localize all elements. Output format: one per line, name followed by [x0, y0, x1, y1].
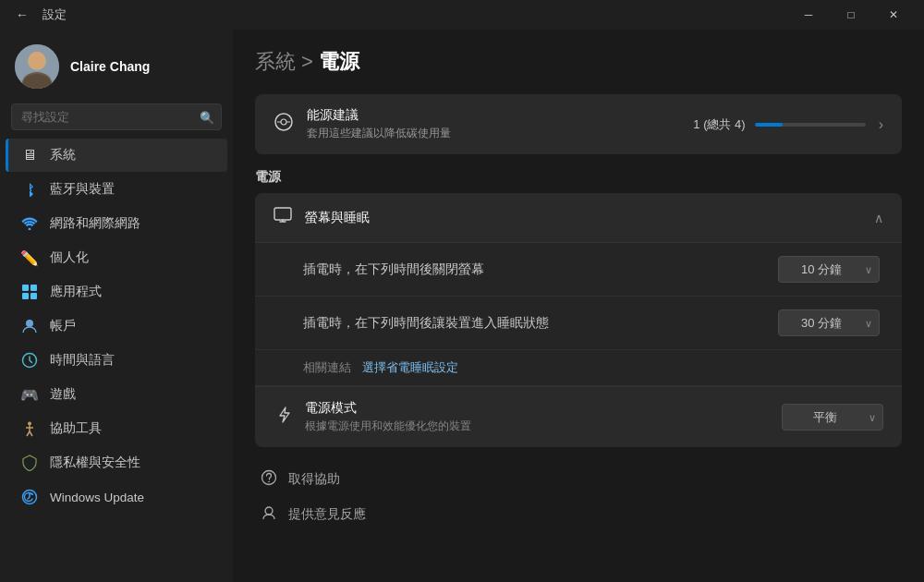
sidebar-item-bluetooth[interactable]: 藍牙與裝置 [6, 173, 227, 206]
screen-off-select[interactable]: 10 分鐘 5 分鐘 15 分鐘 30 分鐘 從不 [778, 256, 880, 283]
search-box: 🔍 [11, 103, 222, 130]
system-icon: 🖥 [20, 146, 39, 164]
sidebar: Claire Chang 🔍 🖥 系統 藍牙與裝置 [0, 30, 233, 582]
apps-icon [20, 283, 39, 301]
sidebar-item-label: 帳戶 [50, 318, 76, 334]
recommendation-row[interactable]: 能源建議 套用這些建議以降低碳使用量 1 (總共 4) › [255, 94, 902, 154]
sleep-select[interactable]: 30 分鐘 10 分鐘 15 分鐘 1 小時 從不 [778, 309, 880, 336]
recommendation-count: 1 (總共 4) [693, 116, 745, 133]
power-mode-title: 電源模式 [305, 400, 769, 417]
recommendation-right: 1 (總共 4) [693, 116, 865, 133]
recommendation-card: 能源建議 套用這些建議以降低碳使用量 1 (總共 4) › [255, 94, 902, 154]
power-mode-select[interactable]: 平衡 省電 高效能 [782, 404, 883, 430]
screen-sleep-row[interactable]: 螢幕與睡眠 ∧ [255, 193, 902, 243]
expand-chevron-icon: ∧ [874, 211, 883, 225]
power-mode-text: 電源模式 根據電源使用和效能優化您的裝置 [305, 400, 769, 434]
screen-off-label: 插電時，在下列時間後關閉螢幕 [303, 261, 767, 278]
recommendation-icon [274, 112, 294, 137]
help-icon [259, 469, 279, 490]
screen-sleep-title: 螢幕與睡眠 [305, 210, 861, 226]
sidebar-item-personalization[interactable]: ✏️ 個人化 [6, 241, 227, 274]
power-card: 螢幕與睡眠 ∧ 插電時，在下列時間後關閉螢幕 10 分鐘 5 分鐘 15 分鐘 … [255, 193, 902, 447]
related-link[interactable]: 選擇省電睡眠設定 [362, 359, 458, 376]
bottom-links: 取得協助 提供意見反應 [255, 462, 902, 532]
power-mode-section: 電源模式 根據電源使用和效能優化您的裝置 平衡 省電 高效能 [255, 386, 902, 447]
network-icon [20, 214, 39, 233]
sidebar-item-label: 應用程式 [50, 284, 102, 300]
minimize-button[interactable]: ─ [787, 0, 830, 30]
feedback-icon [259, 504, 279, 525]
sidebar-item-label: 系統 [50, 147, 76, 164]
personalization-icon: ✏️ [20, 249, 39, 267]
privacy-icon [20, 454, 39, 472]
maximize-button[interactable]: □ [830, 0, 872, 30]
sidebar-item-label: Windows Update [50, 491, 144, 504]
sub-settings: 插電時，在下列時間後關閉螢幕 10 分鐘 5 分鐘 15 分鐘 30 分鐘 從不… [255, 243, 902, 386]
svg-rect-6 [22, 285, 29, 291]
sidebar-item-gaming[interactable]: 🎮 遊戲 [6, 378, 227, 411]
sidebar-item-accounts[interactable]: 帳戶 [6, 309, 227, 343]
search-icon: 🔍 [200, 110, 214, 124]
related-label: 相關連結 [303, 359, 351, 376]
sleep-setting-row: 插電時，在下列時間後讓裝置進入睡眠狀態 30 分鐘 10 分鐘 15 分鐘 1 … [255, 297, 902, 350]
back-button[interactable]: ← [9, 2, 35, 28]
sidebar-nav: 🖥 系統 藍牙與裝置 [0, 138, 233, 515]
svg-rect-7 [30, 285, 37, 291]
sleep-select-wrap: 30 分鐘 10 分鐘 15 分鐘 1 小時 從不 [778, 309, 880, 336]
sidebar-item-label: 遊戲 [50, 386, 76, 403]
svg-line-16 [30, 431, 32, 436]
breadcrumb-separator: > [296, 50, 319, 73]
accessibility-icon [20, 419, 39, 438]
app-title: 設定 [43, 6, 67, 23]
recommendation-text: 能源建議 套用這些建議以降低碳使用量 [307, 107, 680, 141]
sidebar-item-time[interactable]: 時間與語言 [6, 344, 227, 377]
sidebar-item-system[interactable]: 🖥 系統 [6, 139, 227, 172]
svg-rect-9 [30, 293, 37, 299]
get-help-label: 取得協助 [288, 471, 340, 488]
sidebar-item-apps[interactable]: 應用程式 [6, 275, 227, 309]
svg-point-10 [26, 320, 33, 327]
power-mode-icon [274, 406, 292, 429]
recommendation-subtitle: 套用這些建議以降低碳使用量 [307, 126, 680, 141]
sidebar-item-accessibility[interactable]: 協助工具 [6, 412, 227, 445]
screen-icon [274, 206, 292, 229]
breadcrumb-current: 電源 [319, 50, 359, 73]
feedback-label: 提供意見反應 [288, 506, 366, 523]
sidebar-item-label: 藍牙與裝置 [50, 181, 115, 198]
user-profile[interactable]: Claire Chang [0, 30, 233, 100]
screen-off-setting-row: 插電時，在下列時間後關閉螢幕 10 分鐘 5 分鐘 15 分鐘 30 分鐘 從不 [255, 243, 902, 297]
svg-point-20 [268, 481, 270, 483]
sidebar-item-label: 協助工具 [50, 420, 102, 437]
power-section-label: 電源 [255, 169, 902, 186]
progress-fill [755, 123, 783, 127]
sidebar-item-label: 時間與語言 [50, 352, 115, 369]
svg-point-3 [29, 52, 45, 68]
svg-point-21 [265, 507, 273, 515]
screen-off-select-wrap: 10 分鐘 5 分鐘 15 分鐘 30 分鐘 從不 [778, 256, 880, 283]
breadcrumb: 系統 > 電源 [255, 48, 902, 76]
windows-update-icon [20, 488, 39, 506]
app-layout: Claire Chang 🔍 🖥 系統 藍牙與裝置 [0, 30, 924, 582]
svg-line-15 [27, 431, 30, 436]
main-content: 系統 > 電源 能源建議 套用這些建議以降低碳使用量 1 (總共 4) [233, 30, 924, 582]
feedback-link[interactable]: 提供意見反應 [255, 497, 902, 532]
power-mode-subtitle: 根據電源使用和效能優化您的裝置 [305, 418, 769, 434]
recommendation-title: 能源建議 [307, 107, 680, 124]
chevron-right-icon: › [879, 116, 883, 133]
sidebar-item-windows-update[interactable]: Windows Update [6, 480, 227, 514]
svg-rect-18 [274, 208, 291, 220]
breadcrumb-prefix: 系統 [255, 50, 296, 73]
close-button[interactable]: ✕ [872, 0, 915, 30]
search-input[interactable] [11, 103, 222, 130]
bluetooth-icon [20, 180, 39, 199]
titlebar: ← 設定 ─ □ ✕ [0, 0, 924, 30]
sidebar-item-label: 隱私權與安全性 [50, 455, 140, 471]
svg-point-12 [28, 422, 31, 426]
sidebar-item-network[interactable]: 網路和網際網路 [6, 207, 227, 240]
power-mode-select-wrap: 平衡 省電 高效能 [782, 404, 883, 430]
accounts-icon [20, 317, 39, 335]
svg-point-5 [29, 228, 31, 231]
get-help-link[interactable]: 取得協助 [255, 462, 902, 497]
user-name: Claire Chang [70, 59, 150, 74]
sidebar-item-privacy[interactable]: 隱私權與安全性 [6, 446, 227, 479]
